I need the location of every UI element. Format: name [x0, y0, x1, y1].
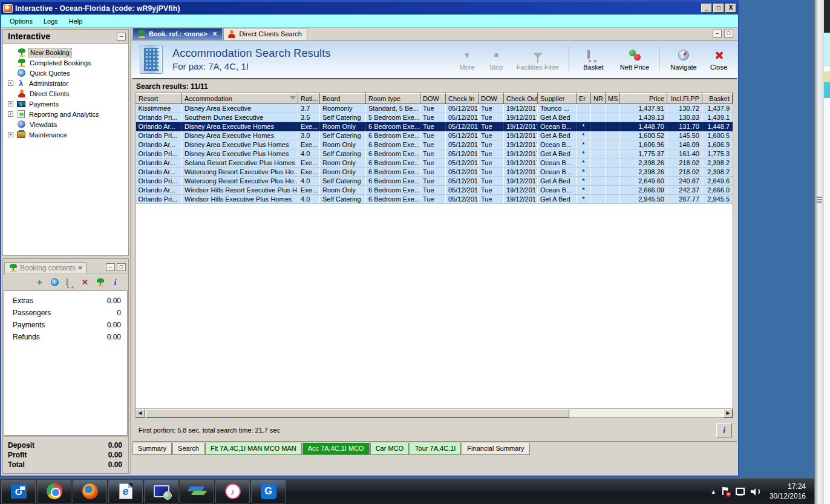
column-header[interactable]: Price — [620, 94, 667, 104]
sidebar-collapse-button[interactable]: – — [117, 33, 126, 41]
column-filter-icon[interactable] — [290, 96, 296, 100]
expand-plus-icon[interactable]: + — [8, 80, 13, 86]
palm-tree-icon[interactable] — [96, 278, 105, 287]
column-header[interactable]: Check Out — [504, 94, 538, 104]
quote-clock-icon[interactable] — [50, 278, 59, 287]
nett-price-button[interactable]: Nett Price — [615, 47, 654, 72]
sidebar-item-direct-clients[interactable]: Direct Clients — [3, 88, 128, 99]
table-row[interactable]: Orlando Ar...Watersong Resort Executive … — [136, 168, 733, 177]
booking-contents-tab[interactable]: Booking contents × — [4, 262, 87, 273]
tabgroup-maximize-button[interactable]: □ — [724, 30, 733, 38]
column-header[interactable]: NR — [591, 94, 606, 104]
bottom-tab-acc-7a-4c-1i-mco[interactable]: Acc 7A,4C,1I MCO — [302, 443, 370, 455]
close-icon[interactable]: × — [78, 264, 82, 272]
stop-button[interactable]: ■ Stop — [483, 47, 509, 72]
minimize-button[interactable]: _ — [701, 4, 712, 13]
tab-close-icon[interactable]: × — [213, 30, 217, 38]
add-item-icon[interactable]: + — [35, 278, 44, 287]
basket-icon[interactable] — [65, 278, 74, 287]
tab-direct-clients-search[interactable]: Direct Clients Search — [223, 28, 307, 40]
sidebar-item-reporting-and-analytics[interactable]: +Reporting and Analytics — [3, 109, 128, 119]
table-row[interactable]: Orlando Pri...Watersong Resort Executive… — [136, 177, 733, 186]
column-header[interactable]: DOW — [420, 94, 446, 104]
horizontal-scrollbar[interactable]: ◀ ▶ — [136, 408, 733, 417]
sidebar-item-completed-bookings[interactable]: Completed Bookings — [3, 57, 128, 68]
tab-booking-ref[interactable]: Book. ref.: <none> × — [132, 28, 223, 40]
table-row[interactable]: Orlando Ar...Solana Resort Executive Plu… — [136, 159, 733, 168]
table-row[interactable]: Orlando Pri...Disney Area Executive Plus… — [136, 149, 733, 159]
list-item[interactable]: Refunds0.00 — [4, 331, 127, 343]
taskbar-remote-desktop-button[interactable] — [144, 480, 178, 503]
taskbar-chrome-button[interactable] — [37, 480, 71, 503]
scrollbar-grip[interactable] — [817, 197, 822, 203]
maximize-button[interactable]: □ — [713, 4, 724, 13]
bottom-tab-summary[interactable]: Summary — [132, 443, 172, 455]
column-header[interactable]: Check In — [446, 94, 479, 104]
sidebar-item-maintenance[interactable]: +Maintenance — [3, 129, 128, 140]
close-button[interactable]: X — [725, 4, 736, 13]
column-header[interactable]: Board — [320, 94, 366, 104]
menu-help[interactable]: Help — [64, 16, 88, 26]
scrollbar-thumb[interactable] — [146, 409, 569, 417]
scroll-right-icon[interactable]: ▶ — [724, 409, 733, 417]
taskbar-internet-explorer-button[interactable]: e — [108, 480, 143, 503]
close-results-button[interactable]: Close — [705, 47, 732, 72]
facilities-filter-button[interactable]: Facilities Filter — [512, 47, 564, 72]
table-row[interactable]: KissimmeeDisney Area Executive3.7Roomonl… — [136, 104, 733, 113]
desktop-vertical-scrollbar[interactable] — [814, 0, 824, 504]
column-header[interactable]: Room type — [366, 94, 420, 104]
bottom-tab-car-mco[interactable]: Car MCO — [370, 443, 409, 455]
menu-options[interactable]: Options — [5, 16, 38, 26]
table-row[interactable]: Orlando Ar...Windsor Hills Resort Execut… — [136, 186, 733, 195]
taskbar-firefox-button[interactable] — [73, 480, 107, 503]
table-row[interactable]: Orlando Ar...Disney Area Executive Plus … — [136, 140, 733, 149]
taskbar-g-app-button[interactable]: G — [251, 480, 286, 503]
column-header[interactable]: Rati... — [298, 94, 320, 104]
table-row[interactable]: Orlando Pri...Windsor Hills Executive Pl… — [136, 195, 733, 204]
bottom-tab-flt-7a-4c-1i-man-mco-man[interactable]: Flt 7A,4C,1I MAN MCO MAN — [205, 443, 302, 455]
column-header[interactable]: DOW — [479, 94, 504, 104]
column-header[interactable]: Er — [577, 94, 591, 104]
panel-maximize-button[interactable]: □ — [117, 263, 126, 271]
sidebar-item-administrator[interactable]: +λAdministrator — [3, 78, 128, 88]
menu-logs[interactable]: Logs — [39, 16, 63, 26]
expand-plus-icon[interactable]: + — [8, 101, 13, 106]
action-center-flag-icon[interactable]: × — [721, 487, 730, 496]
clock[interactable]: 17:24 30/12/2016 — [770, 482, 806, 501]
sidebar-item-quick-quotes[interactable]: Quick Quotes — [3, 68, 128, 78]
table-row[interactable]: Orlando Pri...Disney Area Executive Home… — [136, 131, 733, 140]
speaker-icon[interactable] — [751, 488, 760, 496]
column-header[interactable]: Basket — [702, 94, 733, 104]
sidebar-item-new-booking[interactable]: New Booking — [3, 47, 128, 57]
taskbar-itunes-button[interactable]: ♪ — [215, 480, 250, 503]
list-item[interactable]: Payments0.00 — [4, 319, 127, 331]
column-header[interactable]: Supplier — [538, 94, 577, 104]
navigate-button[interactable]: Navigate — [664, 47, 703, 72]
column-header[interactable]: Incl.Fl.PP — [667, 94, 702, 104]
bottom-tab-tour-7a-4c-1i[interactable]: Tour 7A,4C,1I — [410, 443, 461, 455]
show-hidden-icons[interactable]: ▴ — [711, 488, 715, 496]
taskbar-outlook-button[interactable]: O — [1, 480, 36, 503]
list-item[interactable]: Passengers0 — [4, 307, 127, 319]
more-button[interactable]: ▼ More — [454, 47, 480, 72]
bottom-tab-search[interactable]: Search — [172, 443, 204, 455]
list-item[interactable]: Extras0.00 — [4, 295, 127, 307]
scroll-left-icon[interactable]: ◀ — [136, 409, 145, 417]
info-icon[interactable]: i — [111, 278, 120, 287]
network-icon[interactable] — [736, 488, 745, 496]
info-button[interactable]: i — [716, 423, 732, 437]
tabgroup-minimize-button[interactable]: – — [713, 30, 722, 38]
delete-icon[interactable]: ✕ — [80, 278, 90, 287]
expand-plus-icon[interactable]: + — [8, 132, 13, 137]
column-header[interactable]: Resort — [136, 94, 182, 104]
taskbar-travel-app-button[interactable] — [180, 480, 214, 503]
table-row[interactable]: Orlando Ar...Disney Area Executive Homes… — [136, 122, 733, 131]
sidebar-item-payments[interactable]: +$Payments — [3, 99, 128, 109]
table-row[interactable]: Orlando Pri...Southern Dunes Executive3.… — [136, 113, 733, 122]
title-bar[interactable]: Interactive - Ocean-Florida (code: wR9yj… — [1, 2, 738, 15]
expand-plus-icon[interactable]: + — [8, 111, 13, 117]
column-header[interactable]: MS — [606, 94, 620, 104]
bottom-tab-financial-summary[interactable]: Financial Summary — [462, 443, 529, 455]
sidebar-item-viewdata[interactable]: Viewdata — [3, 119, 128, 129]
panel-minimize-button[interactable]: – — [106, 263, 115, 271]
